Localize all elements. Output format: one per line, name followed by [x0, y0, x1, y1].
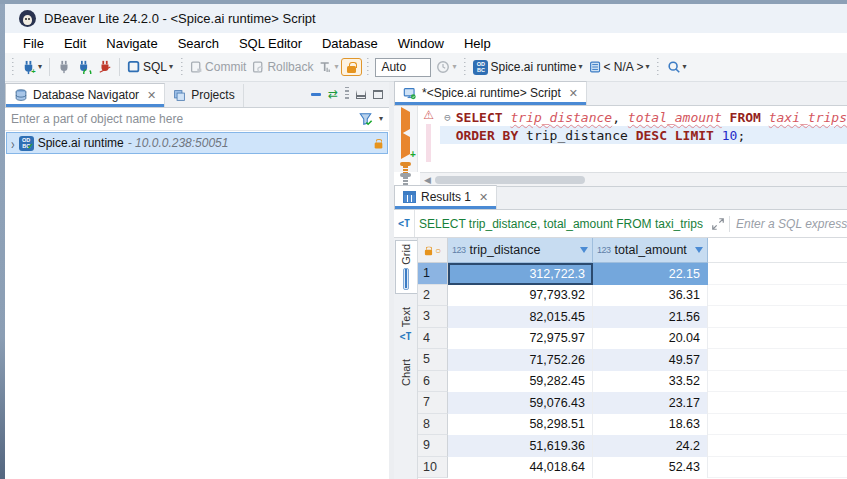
table-row[interactable]: 659,282.4533.52 [418, 371, 847, 393]
column-header-trip_distance[interactable]: 123trip_distance [448, 238, 593, 263]
row-number[interactable]: 10 [418, 457, 448, 479]
grid-cell[interactable]: 24.2 [593, 435, 708, 457]
expand-icon[interactable] [711, 217, 725, 231]
tab-grid-view[interactable]: Grid [395, 240, 417, 294]
table-row[interactable]: 1044,018.6452.43 [418, 457, 847, 479]
sql-expression-input[interactable]: Enter a SQL expression to [736, 217, 847, 231]
script-icon[interactable] [400, 173, 411, 177]
tab-projects[interactable]: Projects [165, 84, 243, 107]
grid-cell[interactable]: 82,015.45 [448, 306, 593, 328]
row-number[interactable]: 3 [418, 306, 448, 328]
filter-caret[interactable]: ▾ [379, 115, 383, 123]
grid-cell[interactable]: 59,076.43 [448, 392, 593, 414]
execute-script-icon[interactable] [400, 162, 411, 166]
scrollbar-thumb[interactable] [435, 176, 585, 184]
link-with-editor-icon[interactable]: ⇄ [328, 88, 338, 100]
executed-query-text[interactable]: SELECT trip_distance, total_amount FROM … [419, 217, 707, 231]
sql-editor-button[interactable]: SQL ▾ [124, 58, 176, 76]
object-filter-row[interactable]: Enter a part of object name here ▾ [5, 108, 389, 131]
fold-marker-icon[interactable]: ⊖ [440, 111, 456, 124]
table-row[interactable]: 858,298.5118.63 [418, 414, 847, 436]
row-number[interactable]: 5 [418, 349, 448, 371]
row-number[interactable]: 7 [418, 392, 448, 414]
sql-editor[interactable]: ⚠ ⊖ SELECT trip_distance, total_amount F… [394, 106, 847, 172]
close-icon[interactable]: ✕ [569, 87, 578, 100]
new-connection-caret[interactable]: ▾ [38, 63, 42, 71]
connection-tree-item[interactable]: › ODBC Spice.ai runtime - 10.0.0.238:500… [6, 132, 388, 154]
table-row[interactable]: 382,015.4521.56 [418, 306, 847, 328]
close-icon[interactable]: ✕ [147, 89, 156, 102]
menu-window[interactable]: Window [388, 36, 454, 51]
auto-commit-lock-toggle[interactable] [341, 58, 362, 76]
grid-cell[interactable]: 33.52 [593, 371, 708, 393]
collapse-all-icon[interactable] [311, 93, 321, 96]
sql-caret[interactable]: ▾ [169, 63, 173, 71]
reconnect-button[interactable] [74, 58, 95, 76]
grid-cell[interactable]: 49.57 [593, 349, 708, 371]
grid-cell[interactable]: 23.17 [593, 392, 708, 414]
menu-edit[interactable]: Edit [54, 36, 96, 51]
disconnect-button[interactable] [95, 58, 115, 76]
table-row[interactable]: 472,975.9720.04 [418, 328, 847, 350]
grid-cell[interactable]: 18.63 [593, 414, 708, 436]
grid-cell[interactable]: 52.43 [593, 457, 708, 479]
menu-file[interactable]: File [13, 36, 54, 51]
grid-cell[interactable]: 51,619.36 [448, 435, 593, 457]
grid-cell[interactable]: 44,018.64 [448, 457, 593, 479]
execute-new-tab-button[interactable] [401, 137, 410, 155]
grid-cell[interactable]: 20.04 [593, 328, 708, 350]
minimize-view-icon[interactable] [356, 90, 366, 99]
active-connection-selector[interactable]: ODBC Spice.ai runtime ▾ [470, 58, 585, 77]
tab-results-1[interactable]: Results 1 ✕ [394, 185, 497, 209]
grid-cell[interactable]: 312,722.3 [448, 263, 593, 285]
grid-cell[interactable]: 58,298.51 [448, 414, 593, 436]
connect-button[interactable] [54, 58, 74, 76]
menu-navigate[interactable]: Navigate [96, 36, 167, 51]
object-filter-input[interactable]: Enter a part of object name here [11, 112, 352, 126]
new-connection-button[interactable]: + ▾ [18, 58, 45, 77]
grid-cell[interactable]: 59,282.45 [448, 371, 593, 393]
commit-mode-combo[interactable]: Auto [375, 58, 431, 77]
table-row[interactable]: 759,076.4323.17 [418, 392, 847, 414]
code-line-1[interactable]: ⊖ SELECT trip_distance, total_amount FRO… [440, 108, 847, 126]
grid-cell[interactable]: 36.31 [593, 285, 708, 307]
grid-cell[interactable]: 97,793.92 [448, 285, 593, 307]
active-schema-selector[interactable]: < N/A > ▾ [586, 58, 653, 76]
table-row[interactable]: 951,619.3624.2 [418, 435, 847, 457]
search-button[interactable]: ▾ [664, 58, 690, 76]
maximize-view-icon[interactable] [373, 90, 383, 99]
row-number[interactable]: 9 [418, 435, 448, 457]
expander-chevron-icon[interactable]: › [11, 135, 15, 152]
code-line-2[interactable]: ORDER BY trip_distance DESC LIMIT 10; [440, 126, 847, 144]
filter-funnel-icon[interactable] [358, 112, 373, 126]
grid-cell[interactable]: 22.15 [593, 263, 708, 285]
code-area[interactable]: ⊖ SELECT trip_distance, total_amount FRO… [440, 106, 847, 172]
row-number[interactable]: 6 [418, 371, 448, 393]
table-row[interactable]: 297,793.9236.31 [418, 285, 847, 307]
row-number[interactable]: 2 [418, 285, 448, 307]
menu-search[interactable]: Search [168, 36, 229, 51]
grid-cell[interactable]: 72,975.97 [448, 328, 593, 350]
tab-sql-script[interactable]: *<Spice.ai runtime> Script ✕ [394, 81, 587, 105]
editor-horizontal-scrollbar[interactable]: ◀ [420, 172, 847, 186]
menu-database[interactable]: Database [312, 36, 388, 51]
table-row[interactable]: 571,752.2649.57 [418, 349, 847, 371]
row-number[interactable]: 1 [418, 263, 448, 285]
column-header-total_amount[interactable]: 123total_amount [593, 238, 708, 263]
tab-database-navigator[interactable]: Database Navigator ✕ [5, 83, 165, 107]
grid-corner-cell[interactable]: ○ [418, 238, 448, 263]
menu-help[interactable]: Help [454, 36, 501, 51]
menu-sql-editor[interactable]: SQL Editor [229, 36, 312, 51]
view-menu-grip-icon[interactable] [345, 87, 349, 101]
tab-text-view[interactable]: Text <T [395, 304, 417, 346]
table-row[interactable]: 1312,722.322.15 [418, 263, 847, 285]
tab-chart-view[interactable]: Chart [395, 356, 417, 394]
grid-cell[interactable]: 71,752.26 [448, 349, 593, 371]
close-icon[interactable]: ✕ [479, 191, 488, 204]
row-number[interactable]: 8 [418, 414, 448, 436]
grid-cell[interactable]: 21.56 [593, 306, 708, 328]
execute-statement-button[interactable] [401, 112, 410, 130]
row-number[interactable]: 4 [418, 328, 448, 350]
scroll-left-arrow-icon[interactable]: ◀ [420, 175, 435, 185]
transaction-log-button[interactable]: ▾ [316, 58, 341, 76]
